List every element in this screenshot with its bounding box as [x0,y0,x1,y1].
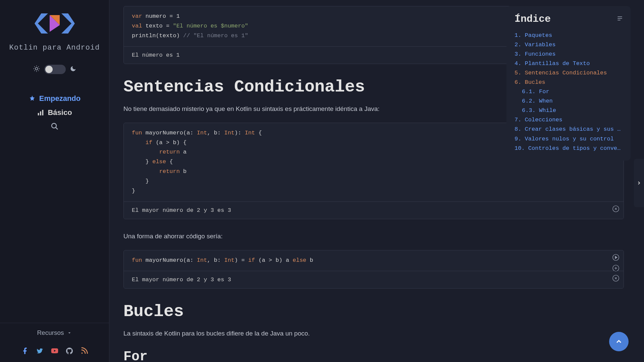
rss-icon[interactable] [80,347,88,355]
toc-item[interactable]: 6.1. For [515,87,623,97]
toc-item[interactable]: 6. Bucles [515,78,623,87]
heading-for: For [123,349,624,362]
play-icon[interactable] [612,254,620,262]
toc-item[interactable]: 9. Valores nulos y su control [515,134,623,144]
nav-item-empezando[interactable]: Empezando [0,92,109,106]
main-content: var numero = 1 val texto = "El número es… [109,0,644,362]
output-text: El mayor número de 2 y 3 es 3 [132,277,231,283]
toc-item[interactable]: 8. Crear clases básicas y sus instancias [515,125,623,134]
facebook-icon[interactable] [21,347,29,355]
sun-icon [33,65,40,74]
code-content[interactable]: fun mayorNumero(a: Int, b: Int) = if (a … [124,250,624,271]
code-output: El mayor número de 2 y 3 es 3 [124,271,624,288]
site-title: Kotlin para Android [0,44,109,52]
theme-toggle[interactable] [44,65,66,74]
toc-item[interactable]: 3. Funciones [515,50,623,59]
toc-item[interactable]: 1. Paquetes [515,31,623,40]
toc-item[interactable]: 10. Controles de tipos y conversiones [515,144,623,153]
scroll-top-button[interactable] [609,332,629,351]
toc-item[interactable]: 4. Plantillas de Texto [515,59,623,68]
heading-bucles: Bucles [123,302,624,321]
toc-item[interactable]: 7. Colecciones [515,115,623,125]
paragraph: La sintaxis de Kotlin para los bucles di… [123,330,624,337]
search-button[interactable] [0,120,109,134]
output-text: El número es 1 [132,52,180,58]
github-icon[interactable] [66,347,73,355]
close-icon[interactable] [612,275,620,284]
sidebar-footer: Recursos [0,323,109,362]
nav-label: Empezando [39,94,80,103]
site-logo[interactable] [35,10,75,37]
nav-item-basico[interactable]: Básico [0,106,109,120]
recursos-dropdown[interactable]: Recursos [0,323,109,343]
toc-panel: Índice 1. Paquetes2. Variables3. Funcion… [506,6,631,161]
close-icon[interactable] [612,205,620,214]
code-controls [612,254,620,273]
paragraph: Una forma de ahorrar código sería: [123,233,624,240]
twitter-icon[interactable] [36,347,44,355]
moon-icon [70,65,76,74]
sidebar: Kotlin para Android Empezando Básico Rec… [0,0,109,362]
primary-nav: Empezando Básico [0,83,109,142]
list-icon[interactable] [616,15,623,23]
chevron-down-icon [67,330,72,336]
youtube-icon[interactable] [51,347,58,355]
svg-point-1 [52,123,56,128]
code-block-mayornumero-short: fun mayorNumero(a: Int, b: Int) = if (a … [123,250,624,289]
nav-label: Básico [48,108,72,117]
svg-point-0 [35,67,38,70]
code-output: El mayor número de 2 y 3 es 3 [124,201,624,219]
social-links [0,343,109,362]
toc-title: Índice [515,13,551,25]
toc-item[interactable]: 2. Variables [515,40,623,50]
logo-area: Kotlin para Android [0,0,109,55]
next-page-tab[interactable] [634,159,644,207]
output-text: El mayor número de 2 y 3 es 3 [132,207,231,214]
toc-item[interactable]: 6.2. When [515,97,623,106]
theme-toggle-row [0,55,109,83]
toc-item[interactable]: 5. Sentencias Condicionales [515,68,623,78]
recursos-label: Recursos [37,329,64,337]
toc-item[interactable]: 6.3. While [515,106,623,115]
toc-list: 1. Paquetes2. Variables3. Funciones4. Pl… [515,31,623,153]
svg-point-2 [81,353,83,354]
